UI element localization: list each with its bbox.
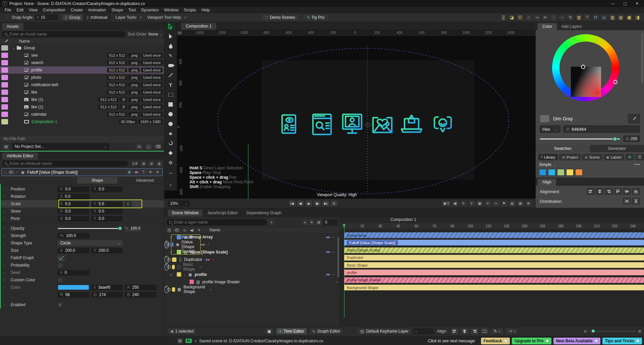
layer-row[interactable]: ✓ ⌄ Duplicator ◀▶ ○ (164, 256, 169, 263)
timeline-ruler[interactable]: 0153045607590105120135150165180195210225… (340, 223, 644, 230)
utility-tool[interactable]: ⚙ (166, 159, 175, 166)
list-view-button[interactable]: ☰ (635, 154, 644, 160)
chevron-down-icon[interactable]: ⌄ (183, 273, 186, 276)
menu-item[interactable]: Tool (126, 8, 139, 12)
alpha-slider[interactable] (540, 138, 620, 139)
align-keys-right-button[interactable] (471, 328, 479, 335)
marquee-icon[interactable] (481, 328, 489, 335)
hex-input[interactable]: #646464 (563, 125, 640, 133)
keyframe-radio[interactable]: ○ (3, 210, 8, 213)
scene-tab[interactable]: Scene Window (168, 210, 203, 217)
asset-name[interactable]: search (31, 60, 43, 65)
timeline-panel[interactable]: Composition 1 01530456075901051201351501… (340, 217, 644, 326)
asset-name[interactable]: profile (31, 68, 42, 72)
keyframe-circle-icon[interactable]: ○ (336, 280, 338, 284)
pin-icon[interactable]: ⊤ (141, 170, 146, 175)
alpha-field[interactable]: A255 (623, 135, 640, 142)
arc-spline-icon[interactable]: ↻ (567, 14, 574, 21)
asset-color-swatch[interactable] (1, 90, 8, 95)
tab-shape[interactable]: Shape (77, 177, 117, 184)
eyedropper-icon[interactable] (4, 40, 8, 43)
skew-y-field[interactable]: Y0.0 (91, 209, 123, 214)
size-x-field[interactable]: X200.0 (58, 248, 89, 253)
menu-item[interactable]: File (2, 8, 14, 12)
timeline-bar[interactable]: Duplicator (344, 255, 644, 261)
layer-color-swatch[interactable] (190, 280, 194, 284)
asset-search-input[interactable]: Enter an Asset name (2, 31, 126, 37)
zoom-in-icon[interactable]: ⊕ (638, 329, 641, 334)
timeline-zoom-slider[interactable] (589, 331, 636, 332)
tab-advanced[interactable]: Advanced (136, 178, 154, 183)
layer-name[interactable]: Background Shape (183, 285, 206, 294)
graph-editor-button[interactable]: ∿Graph Editor (309, 328, 343, 335)
layer-name[interactable]: profile Image Shader (202, 280, 239, 284)
bounds-icon[interactable]: ▭ (493, 200, 500, 207)
color-hex-field[interactable]: #3aaef0 (91, 285, 123, 290)
color-swatch[interactable] (557, 169, 565, 176)
close-icon[interactable]: ✕ (155, 170, 160, 175)
messages-icon[interactable]: ▤ (177, 338, 183, 344)
labels-button[interactable]: ◼Labels (604, 154, 624, 160)
folder-icon[interactable]: 🗀 (135, 143, 143, 150)
camera-icon[interactable]: ▣0 (442, 200, 450, 207)
color-alpha-field[interactable]: A255 (125, 285, 156, 290)
keyframe-layer-select[interactable]: ▤Default Keyframe Layer (357, 328, 411, 335)
asset-color-swatch[interactable] (1, 119, 8, 124)
slider-knob[interactable] (592, 330, 595, 333)
checker-icon[interactable]: ▨ (518, 200, 524, 207)
keyframe-circle-icon[interactable]: ○ (207, 243, 209, 246)
target-icon[interactable]: ✛ (148, 170, 153, 175)
selected-count[interactable]: ◀1 selected (167, 328, 197, 335)
trails-icon[interactable]: ⊨ (542, 14, 549, 21)
asset-row[interactable]: ⌄ ▶ photo 512 x 512 .png Used once (0, 74, 164, 81)
align-top-icon[interactable]: ⊓ (592, 14, 599, 21)
viewport-settings-icon[interactable]: ⚙ (526, 200, 532, 207)
guides-icon[interactable]: ▤ (509, 200, 516, 207)
color-swatch[interactable] (575, 169, 583, 176)
color-r-field[interactable]: R58 (58, 292, 89, 298)
layer-name[interactable]: profile (195, 272, 207, 277)
asset-row[interactable]: ⌄ ▶ like (1) 512 x 512 2f .png Used once (0, 103, 164, 111)
asset-name[interactable]: notification-bell (31, 82, 58, 87)
current-color-swatch[interactable] (540, 115, 550, 123)
timeline-bar[interactable]: Group Array (344, 232, 644, 238)
asset-color-swatch[interactable] (1, 97, 8, 102)
timeline-bar[interactable]: Value [Shape Scale] (344, 247, 644, 253)
grid-layout-icon[interactable]: ▦ (626, 14, 633, 21)
viewport-canvas[interactable]: px -1600-1400-1200-1000-800-600-400-2000… (164, 30, 536, 198)
keyframe-nav[interactable]: ◀▶ (201, 243, 205, 246)
star-tool[interactable]: ★ (166, 130, 175, 137)
align-middle-v-button[interactable] (623, 188, 631, 195)
color-swatch[interactable] (58, 285, 89, 290)
menu-item[interactable]: Shape (109, 8, 126, 12)
solo-icon[interactable]: ◎ (183, 228, 186, 232)
falloff-graph-button[interactable] (58, 254, 66, 261)
stack-icon[interactable]: ⊞ (316, 220, 322, 225)
asset-name[interactable]: like (31, 90, 37, 95)
layer-filter-field[interactable]: 0 (323, 219, 338, 225)
previous-frame-button[interactable]: ◀| (297, 200, 304, 207)
opacity-slider[interactable] (58, 228, 121, 229)
menu-item[interactable]: Edit (14, 8, 26, 12)
stagger-vertical-icon[interactable]: ⋮ (550, 14, 557, 21)
keyframe-circle-icon[interactable]: ○ (209, 288, 211, 291)
columns-icon[interactable]: ▥ (575, 14, 583, 21)
distribute-columns-icon[interactable]: ▥ (609, 14, 616, 21)
project-button[interactable]: ▤Project (559, 154, 581, 160)
layer-color-swatch[interactable] (172, 257, 176, 262)
timeline-bar[interactable]: profile Image Shader (344, 277, 644, 283)
monitor-icon[interactable]: ▢ (145, 143, 153, 150)
lock-icon[interactable] (168, 230, 171, 232)
pixel-preview-icon[interactable]: ▦ (477, 200, 483, 207)
skip-to-end-button[interactable]: ▶| (322, 200, 329, 207)
custom-color-checkbox[interactable] (58, 278, 63, 283)
chevron-down-icon[interactable]: ⌄ (4, 170, 6, 174)
rectangle-tool[interactable] (166, 101, 175, 108)
distribute-h-button[interactable] (623, 198, 631, 205)
asset-name[interactable]: see (31, 53, 38, 58)
asset-row[interactable]: ⌄ ▶ see 512 x 512 .png Used once (0, 52, 164, 59)
layer-search-input[interactable]: Enter a layer name (166, 219, 267, 225)
asset-color-swatch[interactable] (1, 53, 8, 58)
expand-tools-button[interactable]: » (166, 181, 175, 188)
scrollbar[interactable] (337, 237, 339, 277)
